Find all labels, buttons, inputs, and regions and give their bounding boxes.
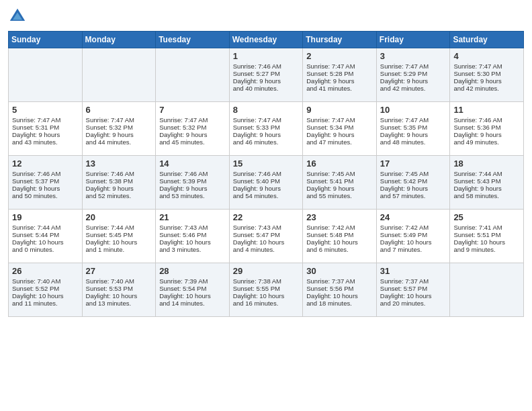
day-number: 5 [12,105,79,115]
weekday-header: Saturday [450,32,524,48]
cell-text: and 18 minutes. [306,300,373,307]
cell-text: and 0 minutes. [12,246,79,253]
day-number: 22 [233,212,300,222]
calendar-week-row: 19Sunrise: 7:44 AMSunset: 5:44 PMDayligh… [9,210,524,263]
cell-text: Sunrise: 7:46 AM [159,170,226,177]
cell-text: and 7 minutes. [380,246,447,253]
cell-text: Sunrise: 7:37 AM [380,277,447,285]
cell-text: Sunset: 5:55 PM [233,285,300,292]
calendar-cell: 26Sunrise: 7:40 AMSunset: 5:52 PMDayligh… [9,263,83,317]
cell-text: Sunrise: 7:44 AM [453,170,520,177]
day-number: 9 [306,105,373,115]
cell-text: Daylight: 10 hours [453,238,520,246]
cell-text: Sunset: 5:47 PM [233,231,300,238]
cell-text: Sunset: 5:37 PM [12,177,79,185]
cell-text: Sunrise: 7:46 AM [453,116,520,124]
cell-text: Sunset: 5:28 PM [306,70,373,77]
main-container: SundayMondayTuesdayWednesdayThursdayFrid… [0,0,532,324]
calendar-cell: 5Sunrise: 7:47 AMSunset: 5:31 PMDaylight… [9,102,83,156]
day-number: 8 [233,105,300,115]
cell-text: Daylight: 10 hours [159,238,226,246]
cell-text: Daylight: 9 hours [453,77,520,85]
cell-text: Sunset: 5:42 PM [380,177,447,185]
day-number: 17 [380,158,447,169]
day-number: 16 [306,158,373,169]
day-number: 3 [380,51,447,61]
cell-text: Daylight: 10 hours [380,238,447,246]
cell-text: Daylight: 9 hours [453,185,520,192]
cell-text: Sunrise: 7:44 AM [12,224,79,231]
calendar-cell: 21Sunrise: 7:43 AMSunset: 5:46 PMDayligh… [156,210,230,263]
calendar-week-row: 1Sunrise: 7:46 AMSunset: 5:27 PMDaylight… [9,48,524,102]
cell-text: Sunrise: 7:47 AM [86,116,152,124]
calendar-cell: 1Sunrise: 7:46 AMSunset: 5:27 PMDaylight… [229,48,303,102]
cell-text: Daylight: 10 hours [12,292,79,300]
day-number: 1 [233,51,300,61]
weekday-header: Friday [376,32,450,48]
cell-text: Sunset: 5:35 PM [380,124,447,131]
cell-text: Sunset: 5:52 PM [12,285,79,292]
cell-text: Sunrise: 7:47 AM [306,62,373,70]
calendar-cell: 13Sunrise: 7:46 AMSunset: 5:38 PMDayligh… [82,156,156,210]
cell-text: Sunset: 5:54 PM [159,285,226,292]
calendar-cell: 28Sunrise: 7:39 AMSunset: 5:54 PMDayligh… [156,263,230,317]
day-number: 25 [453,212,520,222]
day-number: 2 [306,51,373,61]
cell-text: and 53 minutes. [159,192,226,199]
cell-text: Sunrise: 7:47 AM [380,116,447,124]
cell-text: and 45 minutes. [159,138,226,146]
cell-text: Sunrise: 7:47 AM [306,116,373,124]
calendar-cell: 3Sunrise: 7:47 AMSunset: 5:29 PMDaylight… [376,48,450,102]
calendar-cell: 22Sunrise: 7:43 AMSunset: 5:47 PMDayligh… [229,210,303,263]
cell-text: Sunrise: 7:43 AM [159,224,226,231]
day-number: 10 [380,105,447,115]
cell-text: Sunset: 5:39 PM [159,177,226,185]
cell-text: Sunset: 5:48 PM [306,231,373,238]
cell-text: and 52 minutes. [86,192,152,199]
cell-text: Sunset: 5:38 PM [86,177,152,185]
cell-text: Sunset: 5:32 PM [159,124,226,131]
cell-text: and 16 minutes. [233,300,300,307]
day-number: 15 [233,158,300,169]
calendar-header: SundayMondayTuesdayWednesdayThursdayFrid… [9,32,524,48]
calendar-cell: 18Sunrise: 7:44 AMSunset: 5:43 PMDayligh… [450,156,524,210]
calendar-cell: 29Sunrise: 7:38 AMSunset: 5:55 PMDayligh… [229,263,303,317]
cell-text: Daylight: 9 hours [306,77,373,85]
cell-text: Daylight: 10 hours [233,292,300,300]
cell-text: Daylight: 10 hours [306,292,373,300]
cell-text: Sunrise: 7:42 AM [306,224,373,231]
cell-text: Sunrise: 7:46 AM [86,170,152,177]
cell-text: Sunset: 5:49 PM [380,231,447,238]
calendar-cell: 15Sunrise: 7:46 AMSunset: 5:40 PMDayligh… [229,156,303,210]
cell-text: and 3 minutes. [159,246,226,253]
cell-text: and 11 minutes. [12,300,79,307]
cell-text: and 46 minutes. [233,138,300,146]
cell-text: Daylight: 9 hours [12,131,79,138]
cell-text: Sunset: 5:36 PM [453,124,520,131]
cell-text: Sunrise: 7:38 AM [233,277,300,285]
cell-text: and 49 minutes. [453,138,520,146]
cell-text: Sunrise: 7:42 AM [380,224,447,231]
day-number: 18 [453,158,520,169]
cell-text: Sunset: 5:41 PM [306,177,373,185]
calendar-cell [450,263,524,317]
calendar-cell: 8Sunrise: 7:47 AMSunset: 5:33 PMDaylight… [229,102,303,156]
cell-text: Sunset: 5:51 PM [453,231,520,238]
cell-text: Sunset: 5:43 PM [453,177,520,185]
cell-text: and 44 minutes. [86,138,152,146]
cell-text: and 42 minutes. [453,85,520,92]
cell-text: and 47 minutes. [306,138,373,146]
cell-text: Sunrise: 7:46 AM [233,62,300,70]
calendar-cell [9,48,83,102]
cell-text: and 57 minutes. [380,192,447,199]
cell-text: and 6 minutes. [306,246,373,253]
cell-text: Daylight: 10 hours [86,292,152,300]
cell-text: Sunrise: 7:45 AM [306,170,373,177]
cell-text: Sunrise: 7:47 AM [233,116,300,124]
cell-text: Daylight: 9 hours [380,185,447,192]
calendar-cell: 27Sunrise: 7:40 AMSunset: 5:53 PMDayligh… [82,263,156,317]
cell-text: Sunrise: 7:45 AM [380,170,447,177]
calendar-cell: 24Sunrise: 7:42 AMSunset: 5:49 PMDayligh… [376,210,450,263]
cell-text: and 43 minutes. [12,138,79,146]
cell-text: Sunset: 5:32 PM [86,124,152,131]
